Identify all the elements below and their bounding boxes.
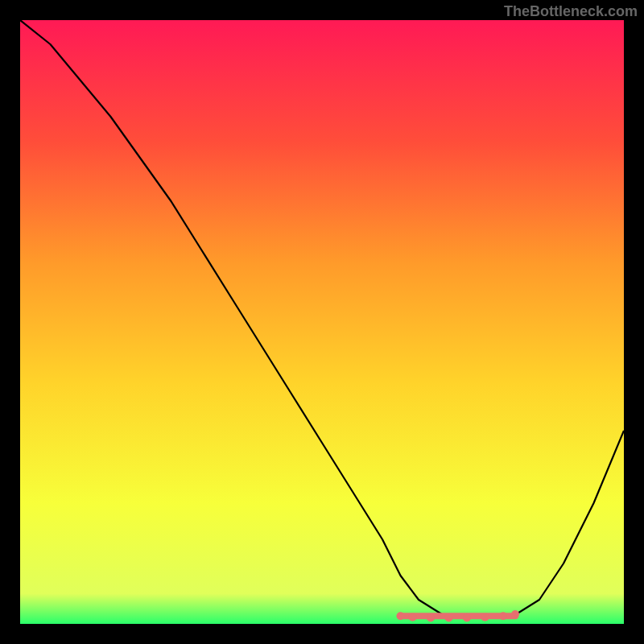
chart-svg: [20, 20, 624, 624]
gradient-background: [20, 20, 624, 624]
optimal-marker: [409, 613, 417, 621]
optimal-marker: [511, 610, 519, 618]
optimal-marker: [445, 614, 453, 622]
optimal-marker: [397, 612, 405, 620]
plot-area: [20, 20, 624, 624]
optimal-marker: [463, 614, 471, 622]
optimal-marker: [481, 613, 489, 621]
optimal-marker: [499, 612, 507, 620]
chart-container: TheBottleneck.com: [0, 0, 644, 644]
watermark-text: TheBottleneck.com: [504, 3, 638, 20]
optimal-marker: [427, 614, 435, 622]
